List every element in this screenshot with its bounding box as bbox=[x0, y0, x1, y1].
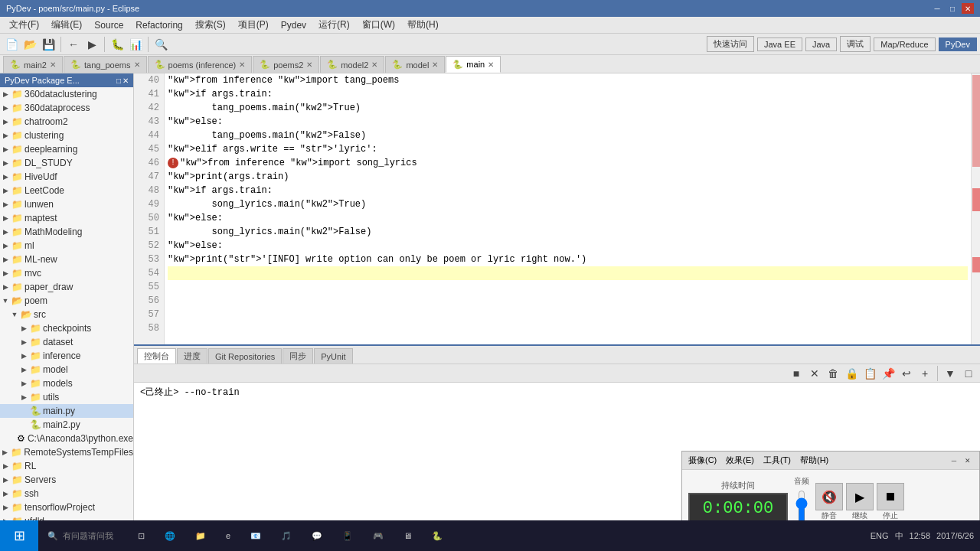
tree-item-mvc[interactable]: ▶📁mvc bbox=[0, 266, 133, 280]
code-line-48[interactable]: "kw">if args.train: bbox=[168, 184, 968, 197]
media-capture-menu[interactable]: 摄像(C) bbox=[688, 455, 717, 466]
tree-item-src[interactable]: ▼📂src bbox=[0, 308, 133, 321]
toolbar-search[interactable]: 🔍 bbox=[152, 36, 169, 53]
tree-item-dataset[interactable]: ▶📁dataset bbox=[0, 335, 133, 349]
scroll-indicator[interactable] bbox=[971, 73, 980, 344]
tree-item-leetcode[interactable]: ▶📁LeetCode bbox=[0, 184, 133, 197]
code-line-41[interactable]: "kw">if args.train: bbox=[168, 87, 968, 101]
code-line-50[interactable]: "kw">else: bbox=[168, 211, 968, 225]
maximize-button[interactable]: □ bbox=[946, 3, 959, 14]
tab-close[interactable]: ✕ bbox=[50, 60, 56, 69]
console-maximize[interactable]: □ bbox=[960, 365, 977, 382]
taskbar-browser[interactable]: 🌐 bbox=[155, 520, 185, 551]
bottom-tab-[interactable]: 进度 bbox=[177, 348, 207, 364]
tree-item-clustering[interactable]: ▶📁clustering bbox=[0, 129, 133, 142]
tree-item-lunwen[interactable]: ▶📁lunwen bbox=[0, 197, 133, 211]
bottom-tab-pyunit[interactable]: PyUnit bbox=[314, 348, 352, 364]
console-new[interactable]: + bbox=[916, 365, 933, 382]
tree-item-checkpoints[interactable]: ▶📁checkpoints bbox=[0, 321, 133, 335]
scroll-thumb[interactable] bbox=[972, 75, 980, 167]
tree-item-360dataclustering[interactable]: ▶📁360dataclustering bbox=[0, 87, 133, 101]
taskbar-app3[interactable]: 💬 bbox=[302, 520, 332, 551]
tree-item-rl[interactable]: ▶📁RL bbox=[0, 459, 133, 473]
tree-item-deeplearning[interactable]: ▶📁deeplearning bbox=[0, 142, 133, 156]
tab-model2[interactable]: 🐍model2✕ bbox=[320, 56, 384, 73]
code-line-51[interactable]: song_lyrics.main("kw2">False) bbox=[168, 225, 968, 239]
tab-model[interactable]: 🐍model✕ bbox=[385, 56, 445, 73]
menu-item-source[interactable]: Source bbox=[88, 18, 129, 32]
tree-item-tensorflowproject[interactable]: ▶📁tensorflowProject bbox=[0, 500, 133, 514]
tree-item-chatroom2[interactable]: ▶📁chatroom2 bbox=[0, 115, 133, 129]
code-line-46[interactable]: ! "kw">from inference "kw">import song_l… bbox=[168, 156, 968, 170]
tree-item-inference[interactable]: ▶📁inference bbox=[0, 349, 133, 363]
taskbar-edge[interactable]: e bbox=[217, 520, 240, 551]
code-line-47[interactable]: "kw">print(args.train) bbox=[168, 170, 968, 184]
tab-close[interactable]: ✕ bbox=[306, 60, 312, 69]
taskbar-app2[interactable]: 🎵 bbox=[272, 520, 301, 551]
tree-item-models[interactable]: ▶📁models bbox=[0, 377, 133, 390]
console-word-wrap[interactable]: ↩ bbox=[898, 365, 915, 382]
quick-access-badge[interactable]: 快速访问 bbox=[707, 36, 754, 52]
tree-item-poem[interactable]: ▼📂poem bbox=[0, 294, 133, 308]
toolbar-open[interactable]: 📂 bbox=[21, 36, 38, 53]
code-line-49[interactable]: song_lyrics.main("kw2">True) bbox=[168, 197, 968, 211]
bottom-tab-[interactable]: 控制台 bbox=[137, 348, 176, 364]
taskbar-explorer[interactable]: 📁 bbox=[186, 520, 215, 551]
console-terminate[interactable]: ■ bbox=[788, 365, 805, 382]
code-line-53[interactable]: "kw">print("str">'[INFO] write option ca… bbox=[168, 253, 968, 266]
toolbar-new[interactable]: 📄 bbox=[3, 36, 20, 53]
tree-item-ssh[interactable]: ▶📁ssh bbox=[0, 487, 133, 500]
console-clear[interactable]: 🗑 bbox=[825, 365, 841, 382]
tree-item-model[interactable]: ▶📁model bbox=[0, 363, 133, 377]
toolbar-save[interactable]: 💾 bbox=[40, 36, 57, 53]
tree-item-servers[interactable]: ▶📁Servers bbox=[0, 473, 133, 487]
media-help-menu[interactable]: 帮助(H) bbox=[800, 455, 828, 466]
tree-item-ml[interactable]: ▶📁ml bbox=[0, 239, 133, 253]
code-line-55[interactable] bbox=[168, 280, 968, 294]
start-button[interactable]: ⊞ bbox=[0, 520, 38, 551]
code-line-40[interactable]: "kw">from inference "kw">import tang_poe… bbox=[168, 73, 968, 87]
taskbar-lang-eng[interactable]: ENG bbox=[871, 531, 889, 540]
code-line-43[interactable]: "kw">else: bbox=[168, 115, 968, 129]
code-line-58[interactable] bbox=[168, 321, 968, 335]
play-button[interactable]: ▶ bbox=[846, 483, 874, 510]
sidebar-close-icon[interactable]: ✕ bbox=[122, 77, 129, 85]
tree-item-remotesystemstempfiles[interactable]: ▶📁RemoteSystemsTempFiles bbox=[0, 445, 133, 459]
java-badge[interactable]: Java bbox=[805, 37, 837, 51]
mapreduce-badge[interactable]: Map/Reduce bbox=[874, 37, 935, 51]
code-line-42[interactable]: tang_poems.main("kw2">True) bbox=[168, 101, 968, 115]
menu-item-r[interactable]: 运行(R) bbox=[312, 17, 356, 33]
tab-main[interactable]: 🐍main✕ bbox=[446, 56, 501, 73]
menu-item-f[interactable]: 文件(F) bbox=[3, 17, 45, 33]
close-button[interactable]: ✕ bbox=[962, 3, 974, 14]
taskbar-lang-cn[interactable]: 中 bbox=[895, 530, 903, 542]
menu-item-h[interactable]: 帮助(H) bbox=[401, 17, 445, 33]
tree-item-paperdraw[interactable]: ▶📁paper_draw bbox=[0, 280, 133, 294]
taskbar-search[interactable]: 🔍 有问题请问我 bbox=[38, 520, 122, 551]
debug-badge[interactable]: 调试 bbox=[840, 36, 871, 52]
tree-item-mathmodeling[interactable]: ▶📁MathModeling bbox=[0, 225, 133, 239]
tree-item-utils[interactable]: ▶📁utils bbox=[0, 390, 133, 404]
taskbar-app7[interactable]: 🐍 bbox=[423, 520, 452, 551]
minimize-button[interactable]: ─ bbox=[931, 3, 943, 14]
pydev-badge[interactable]: PyDev bbox=[939, 37, 977, 51]
toolbar-run[interactable]: ▶ bbox=[83, 36, 100, 53]
bottom-tab-[interactable]: 同步 bbox=[283, 348, 313, 364]
taskbar-app4[interactable]: 📱 bbox=[333, 520, 362, 551]
tab-main2[interactable]: 🐍main2✕ bbox=[3, 56, 63, 73]
console-scroll-lock[interactable]: 🔒 bbox=[843, 365, 860, 382]
tab-tangpoems[interactable]: 🐍tang_poems✕ bbox=[64, 56, 147, 73]
sidebar-collapse-icon[interactable]: □ bbox=[116, 77, 121, 85]
tree-item-hiveudf[interactable]: ▶📁HiveUdf bbox=[0, 170, 133, 184]
tab-close[interactable]: ✕ bbox=[134, 60, 140, 69]
tab-close[interactable]: ✕ bbox=[432, 60, 438, 69]
console-copy[interactable]: 📋 bbox=[861, 365, 878, 382]
console-paste[interactable]: 📌 bbox=[880, 365, 897, 382]
media-close[interactable]: ✕ bbox=[962, 455, 973, 466]
menu-item-refactoring[interactable]: Refactoring bbox=[129, 18, 188, 32]
java-ee-badge[interactable]: Java EE bbox=[757, 37, 802, 51]
console-stop[interactable]: ✕ bbox=[806, 365, 823, 382]
tree-item-360dataprocess[interactable]: ▶📁360dataprocess bbox=[0, 101, 133, 115]
tree-item-mlnew[interactable]: ▶📁ML-new bbox=[0, 253, 133, 266]
stop-button[interactable]: ⏹ bbox=[877, 483, 904, 510]
